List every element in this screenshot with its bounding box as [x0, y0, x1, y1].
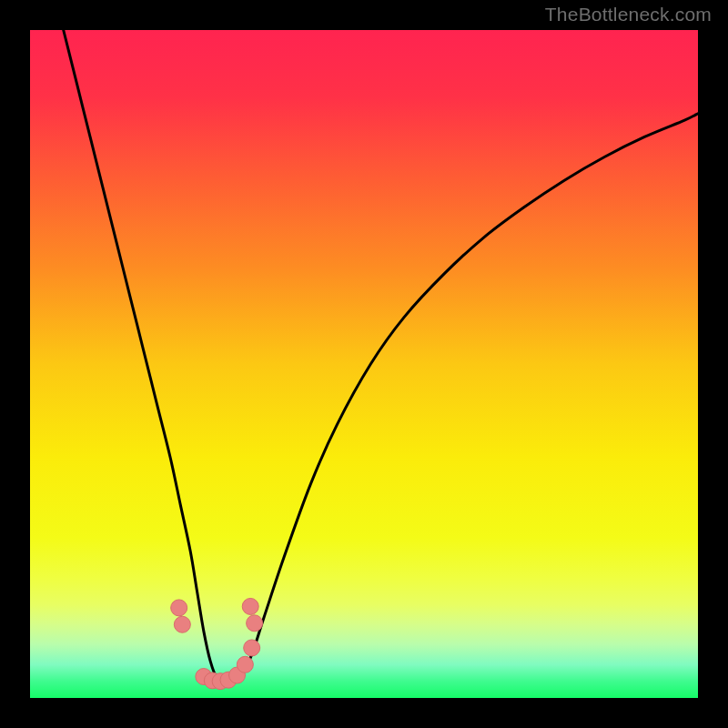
- chart-frame: TheBottleneck.com: [0, 0, 728, 728]
- data-marker: [174, 616, 190, 632]
- plot-area: [30, 30, 698, 698]
- bottleneck-curve: [64, 30, 698, 682]
- watermark-text: TheBottleneck.com: [545, 4, 712, 25]
- data-marker: [171, 600, 187, 616]
- data-marker: [242, 598, 258, 614]
- data-marker: [244, 640, 260, 656]
- data-marker: [237, 656, 253, 672]
- data-marker: [247, 615, 263, 632]
- curve-layer: [30, 30, 698, 698]
- data-markers: [171, 598, 263, 689]
